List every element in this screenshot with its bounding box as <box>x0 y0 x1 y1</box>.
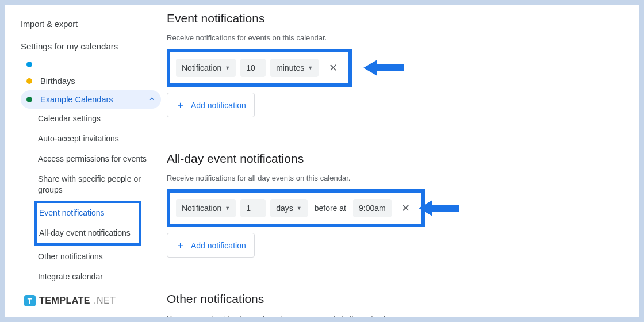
section-subtitle: Receive notifications for all day events… <box>167 174 616 182</box>
svg-marker-0 <box>363 60 404 76</box>
plus-icon: ＋ <box>175 98 185 112</box>
add-notification-button[interactable]: ＋ Add notification <box>167 93 255 117</box>
add-notification-button[interactable]: ＋ Add notification <box>167 233 255 258</box>
sidebar: Import & export Settings for my calendar… <box>5 5 166 317</box>
svg-marker-1 <box>419 200 459 216</box>
value-text: 1 <box>246 204 251 213</box>
calendar-item-birthdays[interactable]: Birthdays <box>21 72 161 90</box>
calendar-dot-icon <box>26 78 32 84</box>
close-icon: ✕ <box>401 202 410 214</box>
watermark: T TEMPLATE.NET <box>24 295 116 306</box>
subitem-access-permissions[interactable]: Access permissions for events <box>36 149 161 169</box>
annotation-arrow-icon <box>419 197 459 220</box>
time-dropdown[interactable]: 9:00am <box>353 199 392 217</box>
before-at-label: before at <box>312 204 348 213</box>
unit-dropdown[interactable]: minutes ▼ <box>270 59 319 77</box>
watermark-logo-icon: T <box>24 295 36 306</box>
chevron-down-icon: ▼ <box>225 65 230 71</box>
calendar-item-example[interactable]: Example Calendars <box>21 90 161 109</box>
value-text: 10 <box>246 63 255 72</box>
chevron-down-icon: ▼ <box>225 205 230 211</box>
plus-icon: ＋ <box>175 239 185 252</box>
time-value: 9:00am <box>359 204 386 213</box>
remove-notification-button[interactable]: ✕ <box>396 198 416 218</box>
sidebar-item-import-export[interactable]: Import & export <box>21 15 161 33</box>
section-subtitle: Receive email notifications when changes… <box>167 314 616 317</box>
subitem-share[interactable]: Share with specific people or groups <box>36 169 161 200</box>
subitem-integrate-calendar[interactable]: Integrate calendar <box>36 267 161 287</box>
add-label: Add notification <box>191 241 246 250</box>
subitem-calendar-settings[interactable]: Calendar settings <box>36 109 161 129</box>
annotation-highlight-event-row: Notification ▼ 10 minutes ▼ ✕ <box>167 49 352 87</box>
chevron-down-icon: ▼ <box>308 65 313 71</box>
remove-notification-button[interactable]: ✕ <box>323 58 343 78</box>
subitem-allday-notifications[interactable]: All-day event notifications <box>37 223 139 243</box>
unit-dropdown[interactable]: days ▼ <box>270 199 308 217</box>
calendar-dot-icon <box>26 62 32 67</box>
subitem-event-notifications[interactable]: Event notifications <box>37 203 139 223</box>
section-title: All-day event notifications <box>167 152 616 166</box>
calendar-item-primary[interactable] <box>21 57 161 72</box>
calendar-label: Example Calendars <box>40 95 113 104</box>
section-event-notifications: Event notifications Receive notification… <box>167 12 616 117</box>
annotation-highlight-allday-row: Notification ▼ 1 days ▼ before at 9:00am… <box>167 189 425 227</box>
calendar-label: Birthdays <box>40 76 75 86</box>
unit-value: days <box>276 204 293 213</box>
chevron-up-icon <box>148 95 155 104</box>
value-input[interactable]: 1 <box>240 199 266 217</box>
method-value: Notification <box>182 63 221 72</box>
section-title: Other notifications <box>167 292 616 306</box>
sidebar-heading-my-calendars: Settings for my calendars <box>21 33 161 57</box>
value-input[interactable]: 10 <box>240 59 266 77</box>
method-dropdown[interactable]: Notification ▼ <box>176 59 236 77</box>
calendar-dot-icon <box>26 97 32 102</box>
add-label: Add notification <box>191 101 246 110</box>
section-title: Event notifications <box>167 12 616 25</box>
chevron-down-icon: ▼ <box>297 205 302 211</box>
unit-value: minutes <box>276 63 304 72</box>
method-value: Notification <box>182 204 221 213</box>
close-icon: ✕ <box>329 62 338 74</box>
annotation-arrow-icon <box>363 56 404 79</box>
subitem-auto-accept[interactable]: Auto-accept invitations <box>36 129 161 149</box>
watermark-suffix: .NET <box>94 296 116 306</box>
section-other-notifications: Other notifications Receive email notifi… <box>167 292 616 317</box>
watermark-brand: TEMPLATE <box>39 296 90 306</box>
section-subtitle: Receive notifications for events on this… <box>167 33 616 42</box>
section-allday-notifications: All-day event notifications Receive noti… <box>167 152 616 258</box>
method-dropdown[interactable]: Notification ▼ <box>176 199 236 217</box>
annotation-highlight-sidebar: Event notifications All-day event notifi… <box>34 201 141 246</box>
main-content: Event notifications Receive notification… <box>166 5 639 317</box>
calendar-subitems: Calendar settings Auto-accept invitation… <box>21 109 161 287</box>
settings-window: Import & export Settings for my calendar… <box>5 5 639 317</box>
subitem-other-notifications[interactable]: Other notifications <box>36 247 161 267</box>
